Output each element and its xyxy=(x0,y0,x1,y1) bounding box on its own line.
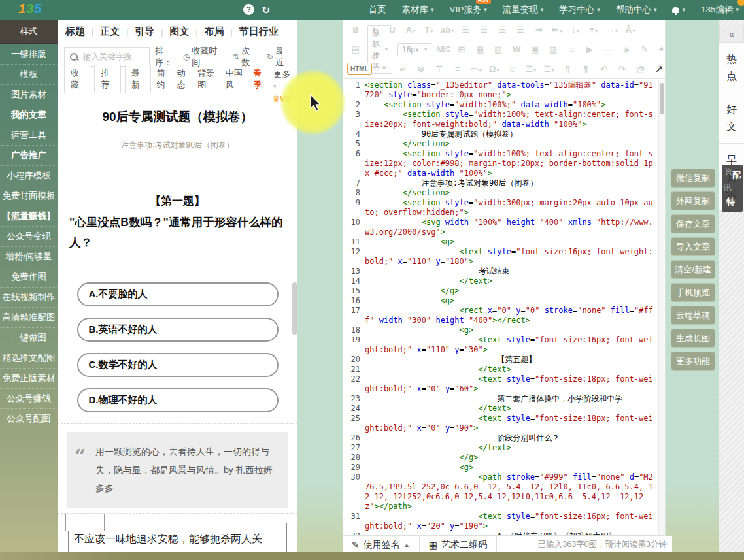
help-icon[interactable]: ? xyxy=(243,4,254,15)
action-button[interactable]: 更多功能 xyxy=(671,352,715,371)
sidebar-item[interactable]: 免费封面模板 xyxy=(0,186,58,206)
music-icon[interactable]: ♫ xyxy=(563,44,580,54)
format-brush-icon[interactable]: ✎ xyxy=(636,44,653,54)
nav-item[interactable]: 帮助中心▾ xyxy=(616,4,657,16)
para-spacing-icon[interactable]: ≡▾ xyxy=(585,25,602,35)
style-tab[interactable]: 标题 xyxy=(65,25,85,38)
align-right-icon[interactable]: ☰ xyxy=(494,25,511,35)
line-height-icon[interactable]: ↕▾ xyxy=(567,25,584,35)
sort-option[interactable]: ◷收藏时间 xyxy=(183,45,224,69)
sidebar-item[interactable]: 运营工具 xyxy=(0,125,58,146)
sidebar-item[interactable]: 样式 xyxy=(0,20,58,44)
action-button[interactable]: 云端草稿 xyxy=(671,306,715,325)
sidebar-item[interactable]: 在线视频制作 xyxy=(0,288,58,308)
image-icon[interactable]: ▦ xyxy=(471,44,488,54)
sidebar-item[interactable]: 【流量赚钱】 xyxy=(0,206,58,227)
ordered-list-icon[interactable]: ☰▾ xyxy=(522,64,539,74)
sort-option[interactable]: ↻最近 xyxy=(267,45,291,69)
picture-icon[interactable]: ▣ xyxy=(526,44,543,54)
table-icon[interactable]: ⊞ xyxy=(453,44,470,54)
filter-link[interactable]: 简约 xyxy=(156,67,171,91)
sidebar-item[interactable]: 广告推广 xyxy=(0,146,58,166)
bold-icon[interactable]: B xyxy=(347,25,364,35)
text-style-icon[interactable]: T▾ xyxy=(420,25,437,35)
font-size-select[interactable]: 16px▾ xyxy=(397,43,431,56)
new-doc-icon[interactable]: ▤ xyxy=(347,44,364,54)
align-justify-icon[interactable]: ☰ xyxy=(512,25,529,35)
hr-icon[interactable]: — xyxy=(600,44,617,54)
sidebar-item[interactable]: 免费作图 xyxy=(0,267,58,288)
sidebar-item[interactable]: 一键排版 xyxy=(0,44,58,65)
sidebar-item[interactable]: 图片素材 xyxy=(0,85,58,105)
sidebar-item[interactable]: 免费正版素材 xyxy=(0,369,58,389)
sidebar-item[interactable]: 公众号配图 xyxy=(0,409,58,429)
align-box-icon[interactable]: ≡ xyxy=(449,64,466,74)
link-icon[interactable]: ∞ xyxy=(394,64,411,74)
insert-box-icon[interactable]: ▭▾ xyxy=(467,64,484,74)
sidebar-item[interactable]: 我的文章 xyxy=(0,105,58,125)
emoji-icon[interactable]: ☺ xyxy=(504,64,521,74)
filter-link[interactable]: 春季 xyxy=(253,67,267,91)
right-tab[interactable]: 热点 xyxy=(719,43,744,93)
screenshot-icon[interactable]: ▥ xyxy=(490,44,507,54)
mention-icon[interactable]: @ xyxy=(632,64,649,74)
nav-item-notifications[interactable]: ▾ xyxy=(672,7,685,13)
collapse-button[interactable]: « xyxy=(719,25,744,43)
action-button[interactable]: 导入文章 xyxy=(671,237,715,256)
sort-option[interactable]: ⇅次数 xyxy=(233,45,257,69)
nav-item-account[interactable]: 135编辑 ▾ xyxy=(701,4,739,16)
art-qrcode-button[interactable]: ▦ 艺术二维码 xyxy=(419,536,497,553)
sidebar-item[interactable]: 高清精准配图 xyxy=(0,308,58,328)
app-logo[interactable]: 135 xyxy=(18,1,42,16)
action-button[interactable]: 微信复制 xyxy=(671,169,715,188)
html-source-view[interactable]: 1<section class="_135editor" data-tools=… xyxy=(343,80,665,535)
magic-wand-icon[interactable]: ✦▾ xyxy=(654,44,671,54)
redo-icon[interactable]: ↷ xyxy=(614,64,631,74)
filter-link[interactable]: 中国风 xyxy=(226,67,248,91)
blockquote-icon[interactable]: “ xyxy=(376,64,393,74)
bullet-list-icon[interactable]: ☰▾ xyxy=(541,64,558,74)
nav-item[interactable]: 流量变现▾ xyxy=(503,4,544,16)
style-tab[interactable]: 引导 xyxy=(135,25,154,38)
unlink-icon[interactable]: ⊗ xyxy=(413,64,430,74)
fullscreen-icon[interactable]: ↗ xyxy=(651,63,668,75)
highlight-icon[interactable]: ab▾ xyxy=(439,25,456,35)
gallery-icon[interactable]: ▨ xyxy=(545,44,562,54)
align-center-icon[interactable]: ☰ xyxy=(475,25,492,35)
sidebar-item[interactable]: 公众号变现 xyxy=(0,227,58,247)
template-preview-card[interactable]: ♛VIP 90后专属测试题（模拟卷） 注意事项:考试对象90后（闭卷） 【第一题… xyxy=(58,89,297,552)
filter-link[interactable]: 动态 xyxy=(177,67,192,91)
panel-scrollbar[interactable] xyxy=(292,282,297,335)
symbol-icon[interactable]: Ω▾ xyxy=(486,64,503,74)
html-mode-button[interactable]: HTML xyxy=(347,63,372,75)
strikethrough-icon[interactable]: ABC xyxy=(435,46,452,53)
eraser-icon[interactable]: ◈ xyxy=(618,44,635,54)
nav-item[interactable]: 学习中心▾ xyxy=(559,4,600,16)
nav-item[interactable]: 素材库▾ xyxy=(401,4,433,16)
action-button[interactable]: 保存文章 xyxy=(671,214,715,233)
indent-icon[interactable]: ⇥ xyxy=(530,25,547,35)
align-left-icon[interactable]: ☰ xyxy=(457,25,474,35)
action-button[interactable]: 手机预览 xyxy=(671,283,715,302)
action-button[interactable]: 外网复制 xyxy=(671,191,715,210)
word-import-icon[interactable]: W xyxy=(508,44,525,54)
action-button[interactable]: 生成长图 xyxy=(671,329,715,348)
style-tab[interactable]: 正文 xyxy=(100,25,120,38)
sidebar-item[interactable]: 公众号赚钱 xyxy=(0,389,58,409)
right-tab[interactable]: 好文 xyxy=(719,93,744,144)
sidebar-item[interactable]: 增粉/阅读量 xyxy=(0,247,58,267)
outdent-icon[interactable]: ⇤▾ xyxy=(549,25,566,35)
code-scrollbar-thumb[interactable] xyxy=(660,83,664,114)
template-icon[interactable]: ⊤ xyxy=(431,64,448,74)
sidebar-item[interactable]: 一键做图 xyxy=(0,328,58,348)
sidebar-item[interactable]: 精选推文配图 xyxy=(0,348,58,369)
style-tab[interactable]: 节日行业 xyxy=(239,25,279,38)
letter-spacing-icon[interactable]: ↔▾ xyxy=(603,25,620,35)
font-color-icon[interactable]: A▾ xyxy=(402,25,419,35)
text-transform-icon[interactable]: Ā▾ xyxy=(622,25,639,35)
undo-icon[interactable]: ↶ xyxy=(596,64,613,74)
use-signature-button[interactable]: ✎ 使用签名 ▲ xyxy=(343,536,419,553)
refresh-icon[interactable]: ↻ xyxy=(262,4,270,16)
nav-item[interactable]: 首页 xyxy=(368,4,386,16)
video-icon[interactable]: ▶ xyxy=(581,44,598,54)
